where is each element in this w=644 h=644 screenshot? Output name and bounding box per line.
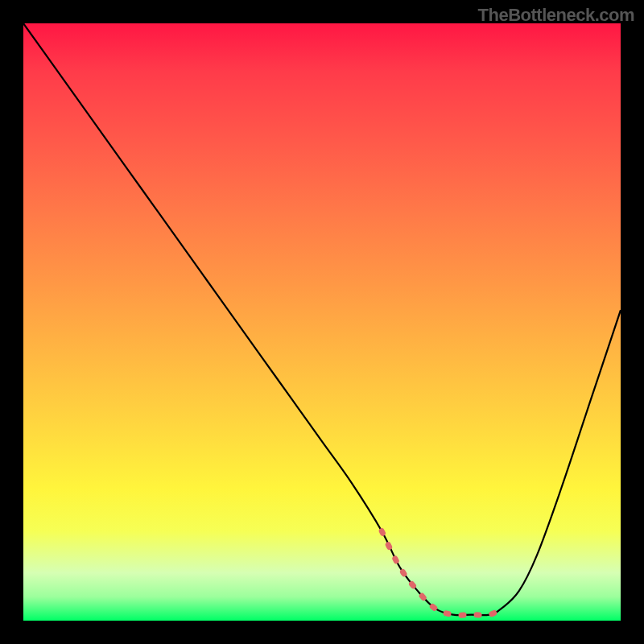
plot-area xyxy=(23,23,621,621)
bottleneck-curve xyxy=(23,23,621,615)
chart-svg xyxy=(23,23,621,621)
highlight-curve xyxy=(382,531,501,615)
watermark-text: TheBottleneck.com xyxy=(478,5,634,26)
